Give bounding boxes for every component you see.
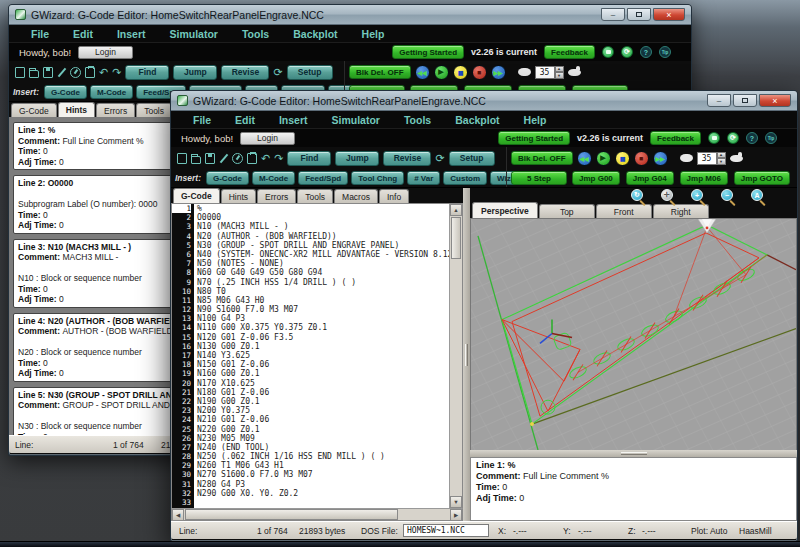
gcode-line[interactable]: N200 Y0.375 xyxy=(197,406,449,415)
gcode-line[interactable]: N110 G00 X0.375 Y0.375 Z0.1 xyxy=(197,323,449,332)
tab-g-code[interactable]: G-Code xyxy=(173,188,220,203)
insert-m-code-button[interactable]: M-Code xyxy=(252,171,295,185)
hint-card[interactable]: Line 5: N30 (GROUP - SPOT DRILL AND ENGR… xyxy=(13,387,173,436)
gcode-line[interactable]: N130 G00 Z0.1 xyxy=(197,342,449,351)
tab-macros[interactable]: Macros xyxy=(334,189,378,203)
gcode-line[interactable]: N20 (AUTHOR - (BOB WARFIELD)) xyxy=(197,232,449,241)
gcode-line[interactable]: N250 (.062 INCH 1/16 HSS END MILL ) ( ) xyxy=(197,452,449,461)
insert-feed-spd-button[interactable]: Feed/Spd xyxy=(298,171,348,185)
gcode-line[interactable]: N190 G00 Z0.1 xyxy=(197,397,449,406)
tool-icon[interactable] xyxy=(219,153,228,164)
gcode-line[interactable]: N80 T0 xyxy=(197,287,449,296)
tip-icon[interactable]: Tip xyxy=(659,46,671,58)
tab-info[interactable]: Info xyxy=(379,189,409,203)
chat-icon[interactable] xyxy=(708,132,720,144)
scroll-down-button[interactable]: ▼ xyxy=(450,496,462,508)
gcode-line[interactable]: N290 G00 X0. Y0. Z0.2 xyxy=(197,489,449,498)
gcode-line[interactable]: N30 (GROUP - SPOT DRILL AND ENGRAVE PANE… xyxy=(197,241,449,250)
hint-card[interactable]: Line 1: %Comment: Full Line Comment %Tim… xyxy=(13,122,173,170)
redo-icon[interactable]: ↷ xyxy=(274,153,283,164)
gcode-line[interactable]: N270 S1600.0 F7.0 M3 M07 xyxy=(197,470,449,479)
redo-icon[interactable]: ↷ xyxy=(112,67,121,78)
insert-g-code-button[interactable]: G-Code xyxy=(44,85,87,99)
gcode-line[interactable]: N220 G00 Z0.1 xyxy=(197,425,449,434)
insert-tool-chng-button[interactable]: Tool Chng xyxy=(351,171,404,185)
maximize-button[interactable] xyxy=(627,8,651,21)
find-button[interactable]: Find xyxy=(125,65,169,80)
gcode-line[interactable] xyxy=(197,498,449,507)
sync-icon[interactable]: ⟳ xyxy=(727,132,739,144)
jmp-g04-button[interactable]: Jmp G04 xyxy=(626,171,674,185)
jump-button[interactable]: Jump xyxy=(173,65,217,80)
open-file-icon[interactable] xyxy=(29,70,39,78)
step-forward-button[interactable]: ▶▶ xyxy=(653,151,668,166)
login-button[interactable]: Login xyxy=(78,46,133,59)
help-icon[interactable]: ? xyxy=(640,46,652,58)
gcode-line[interactable]: N90 S1600 F7.0 M3 M07 xyxy=(197,305,449,314)
scroll-thumb[interactable] xyxy=(451,217,461,259)
gcode-line[interactable]: N240 (END TOOL) xyxy=(197,443,449,452)
pause-button[interactable]: ▮▮ xyxy=(615,151,630,166)
gcode-line[interactable]: N180 G01 Z-0.06 xyxy=(197,388,449,397)
hint-card[interactable]: Line 4: N20 (AUTHOR - (BOB WARFIELD))Com… xyxy=(13,313,173,382)
block-delete-button[interactable]: Blk Del. OFF xyxy=(511,151,573,165)
hint-splitter[interactable] xyxy=(470,450,797,457)
setup-button[interactable]: Setup xyxy=(287,65,333,80)
menu-help[interactable]: Help xyxy=(350,28,397,40)
insert-g-code-button[interactable]: G-Code xyxy=(206,171,249,185)
minimize-button[interactable]: – xyxy=(707,94,731,107)
gcode-line[interactable]: N160 G00 Z0.1 xyxy=(197,369,449,378)
gcode-line[interactable]: N260 T1 M06 G43 H1 xyxy=(197,461,449,470)
horizontal-scrollbar[interactable]: ◀ ▶ xyxy=(171,508,463,521)
rewind-button[interactable]: ◀◀ xyxy=(577,151,592,166)
clipboard-icon[interactable] xyxy=(247,153,257,164)
getting-started-button[interactable]: Getting Started xyxy=(498,131,570,145)
gcode-line[interactable]: N140 Y3.625 xyxy=(197,351,449,360)
scroll-left-button[interactable]: ◀ xyxy=(172,509,184,521)
speed-down-button[interactable]: ▼ xyxy=(717,158,726,165)
scroll-up-button[interactable]: ▲ xyxy=(450,204,462,216)
zoom-in-icon[interactable]: + xyxy=(691,189,703,201)
help-icon[interactable]: ? xyxy=(746,132,758,144)
insert-custom-button[interactable]: Custom xyxy=(443,171,487,185)
speed-value[interactable]: 35 xyxy=(535,66,555,79)
revise-button[interactable]: Revise xyxy=(221,65,269,80)
speed-spinner[interactable]: 35 ▲ ▼ xyxy=(697,152,726,165)
feedback-button[interactable]: Feedback xyxy=(650,131,701,145)
getting-started-button[interactable]: Getting Started xyxy=(392,45,464,59)
setup-button[interactable]: Setup xyxy=(449,151,495,166)
scroll-right-button[interactable]: ▶ xyxy=(450,509,462,521)
stop-button[interactable]: ■ xyxy=(472,65,487,80)
tab-tools[interactable]: Tools xyxy=(297,189,333,203)
insert-var-button[interactable]: # Var xyxy=(407,171,440,185)
feedback-button[interactable]: Feedback xyxy=(544,45,595,59)
gcode-line[interactable]: N10 (MACH3 MILL - ) xyxy=(197,222,449,231)
menu-tools[interactable]: Tools xyxy=(230,28,281,40)
view-tab-top[interactable]: Top xyxy=(539,204,595,218)
gcode-line[interactable]: N70 (.25 INCH HSS 1/4 DRILL ) ( ) xyxy=(197,278,449,287)
gcode-line[interactable]: N40 (SYSTEM- ONECNC-XR2 MILL ADVANTAGE -… xyxy=(197,250,449,259)
tab-hints[interactable]: Hints xyxy=(221,189,256,203)
menu-help[interactable]: Help xyxy=(512,114,559,126)
jmp-g00-button[interactable]: Jmp G00 xyxy=(572,171,620,185)
gauge-icon[interactable] xyxy=(232,153,243,164)
gcode-line[interactable]: N280 G4 P3 xyxy=(197,480,449,489)
maximize-button[interactable] xyxy=(733,94,757,107)
revise-button[interactable]: Revise xyxy=(383,151,431,166)
tab-tools[interactable]: Tools xyxy=(136,103,172,117)
dos-filename-input[interactable] xyxy=(403,524,489,537)
clipboard-icon[interactable] xyxy=(85,67,95,78)
sync-icon[interactable]: ⟳ xyxy=(621,46,633,58)
five-step-button[interactable]: 5 Step xyxy=(511,171,567,185)
save-icon[interactable] xyxy=(43,67,53,78)
new-file-icon[interactable] xyxy=(177,153,187,164)
undo-icon[interactable]: ↶ xyxy=(99,67,108,78)
step-forward-button[interactable]: ▶▶ xyxy=(491,65,506,80)
speed-down-button[interactable]: ▼ xyxy=(555,72,564,79)
speed-value[interactable]: 35 xyxy=(697,152,717,165)
tab-errors[interactable]: Errors xyxy=(96,103,135,117)
menu-insert[interactable]: Insert xyxy=(267,114,320,126)
jmp-goto-button[interactable]: Jmp GOTO xyxy=(734,171,790,185)
find-button[interactable]: Find xyxy=(287,151,331,166)
tab-errors[interactable]: Errors xyxy=(257,189,296,203)
